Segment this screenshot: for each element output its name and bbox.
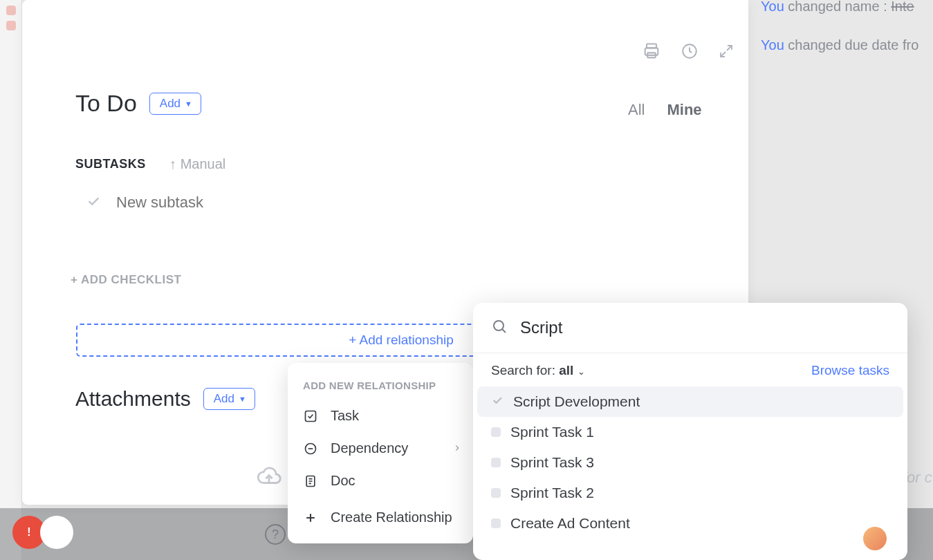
- new-subtask-input[interactable]: [116, 194, 306, 212]
- rel-item-label: Create Relationship: [331, 510, 452, 525]
- chevron-down-icon: ▼: [239, 395, 246, 403]
- check-icon: [491, 393, 504, 410]
- search-result[interactable]: Sprint Task 1: [477, 417, 903, 447]
- attachments-add-label: Add: [214, 392, 234, 406]
- task-checkbox-icon: [303, 409, 318, 424]
- help-icon[interactable]: ?: [265, 524, 286, 545]
- search-result[interactable]: Sprint Task 2: [477, 478, 903, 508]
- chevron-right-icon: [452, 440, 462, 456]
- status-square-icon: [491, 458, 501, 467]
- activity-entry: You changed name : Inte: [761, 0, 914, 15]
- attachments-heading: Attachments: [75, 387, 191, 411]
- rel-item-label: Dependency: [331, 440, 408, 456]
- result-label: Script Development: [513, 393, 640, 410]
- status-square-icon: [491, 519, 501, 528]
- svg-rect-4: [306, 411, 316, 421]
- svg-point-7: [494, 321, 504, 330]
- tab-all[interactable]: All: [628, 101, 645, 119]
- add-checklist-button[interactable]: + ADD CHECKLIST: [71, 273, 181, 287]
- search-result[interactable]: Script Development: [477, 386, 903, 417]
- result-label: Sprint Task 2: [510, 485, 594, 501]
- rel-item-doc[interactable]: Doc: [288, 465, 473, 497]
- search-scope[interactable]: Search for: all ⌄: [491, 363, 585, 378]
- status-square-icon: [491, 427, 501, 437]
- search-icon: [491, 318, 508, 337]
- avatar-user[interactable]: [40, 516, 73, 549]
- result-label: Sprint Task 3: [510, 454, 594, 471]
- browse-tasks-link[interactable]: Browse tasks: [811, 363, 889, 378]
- rel-item-dependency[interactable]: Dependency: [288, 432, 473, 465]
- activity-tabs: All Mine: [628, 101, 702, 119]
- avatar-small[interactable]: [863, 527, 887, 550]
- search-input[interactable]: [520, 318, 889, 337]
- minus-circle-icon: [303, 441, 318, 456]
- sort-label: Manual: [181, 156, 226, 172]
- result-label: Sprint Task 1: [510, 424, 594, 440]
- tab-mine[interactable]: Mine: [667, 101, 701, 119]
- rel-item-create[interactable]: Create Relationship: [288, 501, 473, 534]
- search-results: Script Development Sprint Task 1 Sprint …: [473, 384, 907, 541]
- chevron-down-icon: ▼: [185, 100, 192, 108]
- rel-item-label: Doc: [331, 473, 355, 489]
- print-icon[interactable]: [642, 41, 661, 61]
- chevron-down-icon: ⌄: [578, 366, 585, 377]
- activity-you: You: [761, 37, 784, 53]
- status-square-icon: [491, 488, 501, 498]
- activity-entry: You changed due date fro: [761, 37, 918, 53]
- check-icon: [86, 194, 101, 212]
- search-result[interactable]: Sprint Task 3: [477, 447, 903, 478]
- upload-cloud-icon: [256, 463, 282, 494]
- plus-icon: [303, 510, 318, 525]
- attachments-add-button[interactable]: Add ▼: [203, 388, 255, 410]
- add-button-label: Add: [160, 97, 181, 111]
- arrow-up-icon: ↑: [169, 156, 176, 172]
- relationship-menu-title: ADD NEW RELATIONSHIP: [288, 375, 473, 400]
- history-icon[interactable]: [681, 42, 699, 60]
- activity-you: You: [761, 0, 784, 14]
- rel-item-task[interactable]: Task: [288, 400, 473, 432]
- rel-item-label: Task: [331, 408, 359, 424]
- subtasks-heading: SUBTASKS: [75, 157, 146, 171]
- expand-icon[interactable]: [718, 43, 735, 59]
- search-popover: Search for: all ⌄ Browse tasks Script De…: [473, 303, 907, 560]
- add-relationship-label: + Add relationship: [349, 333, 454, 348]
- left-sidebar-strip: [0, 0, 22, 560]
- doc-icon: [303, 474, 318, 489]
- search-result[interactable]: Create Ad Content: [477, 508, 903, 539]
- sort-manual[interactable]: ↑ Manual: [169, 156, 226, 172]
- result-label: Create Ad Content: [510, 515, 630, 532]
- status-title: To Do: [75, 90, 137, 117]
- relationship-menu: ADD NEW RELATIONSHIP Task Dependency Doc…: [288, 363, 473, 543]
- add-button[interactable]: Add ▼: [149, 93, 201, 115]
